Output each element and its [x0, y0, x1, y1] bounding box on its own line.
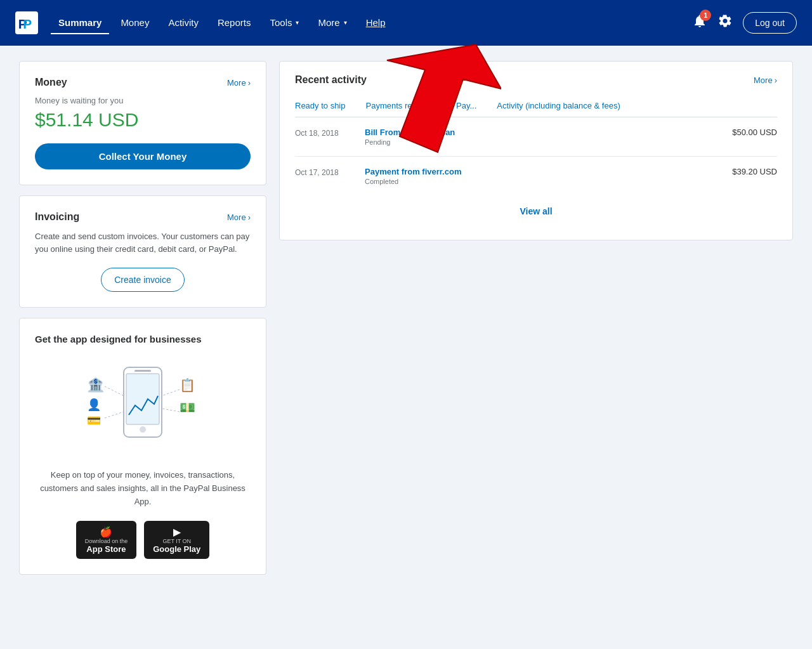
- money-card-title: Money: [35, 77, 67, 88]
- activity-info-2: Payment from fiverr.com Completed: [365, 167, 732, 185]
- svg-line-13: [162, 390, 180, 396]
- app-card-title: Get the app designed for businesses: [35, 334, 251, 344]
- app-phone-svg: 🏦 📋 💳 👤 💵: [73, 355, 213, 456]
- activity-rows: Oct 18, 2018 Bill From Khalid Hasan Pend…: [295, 117, 777, 195]
- money-card-header: Money More ›: [35, 77, 251, 88]
- invoicing-description: Create and send custom invoices. Your cu…: [35, 230, 251, 255]
- app-card: Get the app designed for businesses 🏦: [19, 318, 266, 575]
- invoicing-card-title: Invoicing: [35, 211, 79, 223]
- svg-text:🏦: 🏦: [87, 376, 105, 393]
- tab-pay[interactable]: Pay...: [456, 96, 487, 117]
- nav-money[interactable]: Money: [113, 12, 157, 34]
- view-all: View all: [295, 195, 777, 227]
- nav-reports[interactable]: Reports: [210, 12, 259, 34]
- svg-text:📋: 📋: [180, 377, 195, 393]
- tab-payments-received[interactable]: Payments received: [366, 96, 447, 117]
- invoicing-more-chevron-icon: ›: [248, 213, 251, 222]
- navbar-right: 1 Log out: [692, 12, 797, 34]
- paypal-logo: P P: [15, 11, 38, 34]
- right-column: Recent activity More › Ready to ship Pay…: [279, 61, 793, 575]
- google-play-icon: ▶: [173, 526, 181, 538]
- svg-line-15: [162, 409, 180, 412]
- svg-text:👤: 👤: [87, 398, 102, 412]
- money-amount: $51.14 USD: [35, 109, 251, 131]
- svg-text:P: P: [23, 16, 32, 31]
- app-description: Keep on top of your money, invoices, tra…: [35, 469, 251, 508]
- svg-line-12: [105, 386, 124, 396]
- svg-point-6: [140, 426, 146, 433]
- nav-menu: Summary Money Activity Reports Tools▾ Mo…: [51, 12, 692, 34]
- activity-status-1: Pending: [365, 138, 732, 146]
- logout-button[interactable]: Log out: [743, 12, 797, 34]
- activity-info-1: Bill From Khalid Hasan Pending: [365, 128, 732, 146]
- table-row: Oct 18, 2018 Bill From Khalid Hasan Pend…: [295, 117, 777, 157]
- money-more-chevron-icon: ›: [248, 78, 251, 88]
- tab-activity-balance[interactable]: Activity (including balance & fees): [497, 96, 630, 117]
- app-store-badge[interactable]: 🍎 Download on the App Store: [76, 521, 137, 559]
- store-badges: 🍎 Download on the App Store ▶ GET IT ON …: [35, 521, 251, 559]
- notification-badge: 1: [700, 10, 711, 21]
- money-waiting-text: Money is waiting for you: [35, 96, 251, 105]
- create-invoice-button[interactable]: Create invoice: [101, 268, 185, 292]
- tools-chevron-icon: ▾: [296, 19, 299, 26]
- activity-more-chevron-icon: ›: [775, 75, 777, 85]
- notification-bell[interactable]: 1: [692, 13, 707, 32]
- invoicing-card-more[interactable]: More ›: [227, 213, 251, 222]
- view-all-link[interactable]: View all: [520, 206, 552, 216]
- money-card: Money More › Money is waiting for you $5…: [19, 61, 266, 185]
- svg-text:💳: 💳: [87, 414, 102, 428]
- nav-activity[interactable]: Activity: [160, 12, 206, 34]
- apple-icon: 🍎: [100, 526, 112, 538]
- nav-help[interactable]: Help: [358, 12, 393, 34]
- money-card-more[interactable]: More ›: [227, 78, 251, 88]
- svg-rect-4: [126, 374, 159, 424]
- activity-status-2: Completed: [365, 178, 732, 185]
- collect-money-button[interactable]: Collect Your Money: [35, 143, 251, 169]
- invoicing-card: Invoicing More › Create and send custom …: [19, 195, 266, 308]
- recent-activity-card: Recent activity More › Ready to ship Pay…: [279, 61, 793, 240]
- activity-name-2[interactable]: Payment from fiverr.com: [365, 167, 732, 176]
- main-content: Money More › Money is waiting for you $5…: [0, 46, 812, 590]
- left-column: Money More › Money is waiting for you $5…: [19, 61, 266, 575]
- activity-name-1[interactable]: Bill From Khalid Hasan: [365, 128, 732, 137]
- svg-line-14: [105, 412, 124, 418]
- nav-tools[interactable]: Tools▾: [262, 12, 306, 34]
- activity-amount-2: $39.20 USD: [732, 167, 777, 176]
- more-chevron-icon: ▾: [344, 19, 347, 26]
- invoicing-card-header: Invoicing More ›: [35, 211, 251, 223]
- activity-header: Recent activity More ›: [295, 74, 777, 86]
- google-play-badge[interactable]: ▶ GET IT ON Google Play: [144, 521, 209, 559]
- activity-title: Recent activity: [295, 74, 367, 86]
- svg-rect-5: [134, 370, 151, 372]
- table-row: Oct 17, 2018 Payment from fiverr.com Com…: [295, 157, 777, 195]
- tab-ready-to-ship[interactable]: Ready to ship: [295, 96, 356, 117]
- activity-tabs: Ready to ship Payments received Pay... A…: [295, 96, 777, 117]
- activity-amount-1: $50.00 USD: [732, 128, 777, 137]
- svg-text:💵: 💵: [180, 400, 195, 415]
- app-illustration: 🏦 📋 💳 👤 💵: [35, 355, 251, 456]
- navbar: P P Summary Money Activity Reports Tools…: [0, 0, 812, 46]
- activity-date-2: Oct 17, 2018: [295, 168, 365, 177]
- activity-date-1: Oct 18, 2018: [295, 129, 365, 138]
- nav-more[interactable]: More▾: [310, 12, 354, 34]
- activity-more[interactable]: More ›: [754, 75, 777, 85]
- settings-icon[interactable]: [717, 13, 733, 32]
- nav-summary[interactable]: Summary: [51, 12, 109, 34]
